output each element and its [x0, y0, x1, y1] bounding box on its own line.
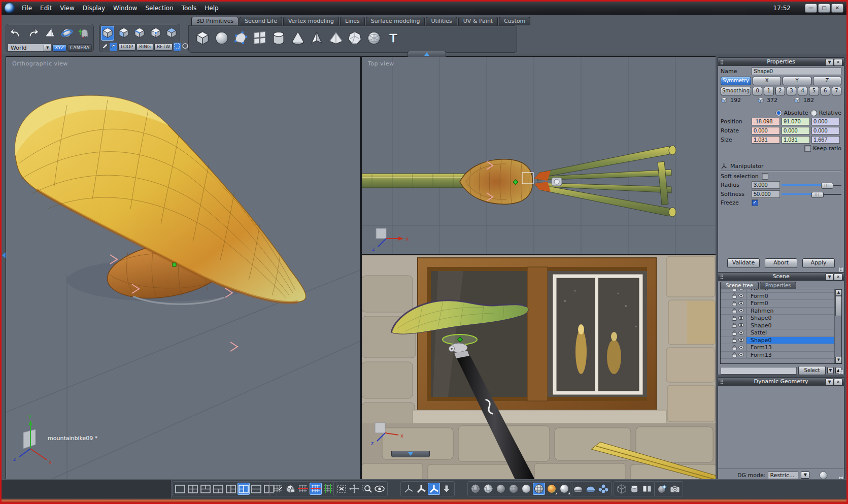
visibility-eye-icon[interactable] [738, 330, 744, 335]
shading-material-icon[interactable] [558, 483, 570, 495]
layout-two-rows-icon[interactable] [250, 483, 262, 495]
lock-icon[interactable] [732, 338, 737, 343]
lasso-select-icon[interactable] [110, 43, 117, 51]
lock-icon[interactable] [732, 352, 737, 357]
symmetry-x-button[interactable]: X [753, 77, 781, 85]
shading-smooth-icon[interactable] [520, 483, 532, 495]
shading-flatwire-icon[interactable] [507, 483, 520, 495]
visibility-eye-icon[interactable] [738, 308, 744, 313]
visibility-eye-icon[interactable] [738, 352, 744, 357]
lock-icon[interactable] [732, 316, 737, 321]
ghost-mode-icon[interactable] [77, 26, 91, 42]
scene-tree-row[interactable]: Form0 [721, 300, 841, 308]
dropdown-arrow-icon[interactable]: ▼ [44, 45, 51, 51]
lock-icon[interactable] [732, 289, 737, 291]
absolute-radio[interactable] [775, 110, 782, 116]
select-button[interactable]: Select [798, 366, 826, 375]
grid-vertical-plane-icon[interactable] [322, 483, 334, 495]
visibility-eye-icon[interactable] [738, 323, 744, 327]
grid-edit-icon[interactable] [272, 483, 284, 495]
drop-to-floor-icon[interactable] [440, 483, 453, 495]
scene-tree-row[interactable]: Form13 [721, 344, 841, 352]
photo-reference-viewport[interactable]: x z [361, 255, 717, 483]
grid-horizontal-plane-icon[interactable] [297, 483, 309, 495]
render-camera-icon[interactable] [669, 483, 681, 495]
menu-edit[interactable]: Edit [36, 5, 56, 12]
layout-two-left-one-right-icon[interactable] [238, 483, 250, 495]
axes-thin-icon[interactable] [402, 483, 415, 495]
move-down-icon[interactable]: ▼ [827, 367, 834, 374]
radius-slider[interactable] [782, 182, 841, 188]
radius-field[interactable] [752, 181, 780, 189]
panel-grip-icon[interactable] [720, 274, 724, 279]
pyramid-primitive-icon[interactable] [309, 30, 325, 48]
sphere-primitive-icon[interactable] [214, 30, 230, 48]
symmetry-z-button[interactable]: Z [813, 77, 841, 85]
lock-icon[interactable] [732, 301, 737, 306]
smoothing-level-2[interactable]: 2 [775, 87, 785, 95]
left-panel-collapse-arrow[interactable] [2, 252, 6, 258]
scene-tree-row[interactable]: Sattel [721, 329, 841, 337]
layout-one-top-two-bottom-icon[interactable] [212, 483, 224, 495]
photo-canvas[interactable]: x z [362, 255, 716, 483]
geodesic-primitive-icon[interactable] [366, 30, 382, 48]
shading-flat-icon[interactable] [495, 483, 507, 495]
position-x-field[interactable] [752, 118, 780, 125]
wireframe-cube-icon[interactable] [616, 483, 628, 495]
panel-resize-grip[interactable] [839, 370, 843, 374]
menu-window[interactable]: Window [109, 5, 141, 12]
maximize-button[interactable]: □ [818, 4, 830, 13]
layout-one-left-two-right-icon[interactable] [225, 483, 237, 495]
select-object-mode-icon[interactable] [101, 26, 114, 41]
softness-slider-thumb[interactable] [811, 192, 824, 198]
world-space-dropdown[interactable]: World ▼ [8, 44, 51, 52]
scene-tree-row[interactable]: Shape0 [721, 315, 841, 322]
lock-icon[interactable] [732, 293, 737, 298]
tetrahedron-primitive-icon[interactable] [328, 30, 344, 48]
softness-field[interactable] [752, 190, 780, 198]
visibility-eye-icon[interactable] [738, 338, 744, 342]
orthographic-canvas[interactable]: Y x z [6, 57, 360, 482]
smoothing-level-3[interactable]: 3 [787, 87, 796, 95]
scroll-down-icon[interactable]: ▼ [835, 357, 842, 363]
tab-second-life[interactable]: Second Life [240, 17, 282, 25]
smoothing-level-7[interactable]: 7 [832, 87, 841, 95]
grid-primitive-icon[interactable] [252, 30, 268, 48]
solid-cylinder-icon[interactable] [628, 483, 640, 495]
rotate-y-field[interactable] [782, 127, 810, 135]
dual-panel-icon[interactable] [641, 483, 653, 495]
size-z-field[interactable] [811, 136, 840, 144]
tab-scene-properties[interactable]: Properties [760, 282, 797, 289]
dynamic-geometry-titlebar[interactable]: Dynamic Geometry ▼ ✕ [718, 378, 844, 386]
pan-view-icon[interactable] [348, 483, 360, 495]
scene-scrollbar[interactable]: ▲ ▼ [834, 289, 841, 363]
prism-tool-icon[interactable] [43, 26, 57, 42]
view-eye-icon[interactable] [374, 483, 386, 495]
scene-tree-row[interactable]: Shape0 [721, 322, 841, 330]
tab-uv-paint[interactable]: UV & Paint [458, 17, 498, 25]
tab-custom[interactable]: Custom [499, 17, 530, 25]
abort-button[interactable]: Abort [765, 258, 797, 268]
xyz-mode-button[interactable]: XYZ [52, 44, 66, 52]
apply-button[interactable]: Apply [802, 258, 835, 268]
zoom-view-icon[interactable] [361, 483, 373, 495]
tab-3d-primitives[interactable]: 3D Primitives [191, 17, 239, 25]
lock-icon[interactable] [732, 345, 737, 350]
lock-icon[interactable] [732, 308, 737, 313]
panel-close-icon[interactable]: ✕ [834, 274, 842, 281]
visibility-eye-icon[interactable] [738, 316, 744, 320]
select-auto-mode-icon[interactable] [165, 26, 178, 41]
fit-view-icon[interactable] [335, 483, 348, 495]
tab-utilities[interactable]: Utilities [426, 17, 457, 25]
menu-display[interactable]: Display [79, 5, 109, 12]
menu-selection[interactable]: Selection [141, 5, 177, 12]
smoothing-level-1[interactable]: 1 [764, 87, 773, 95]
rotate-z-field[interactable] [811, 127, 840, 135]
rotate-x-field[interactable] [752, 127, 780, 135]
cluster-spheres-icon[interactable] [597, 483, 609, 495]
smoothing-level-0[interactable]: 0 [753, 87, 762, 95]
panel-resize-grip[interactable] [839, 267, 843, 272]
tab-vertex-modeling[interactable]: Vertex modeling [283, 17, 339, 25]
freeze-checkbox[interactable] [752, 199, 758, 206]
dome-low-icon[interactable] [572, 483, 584, 495]
